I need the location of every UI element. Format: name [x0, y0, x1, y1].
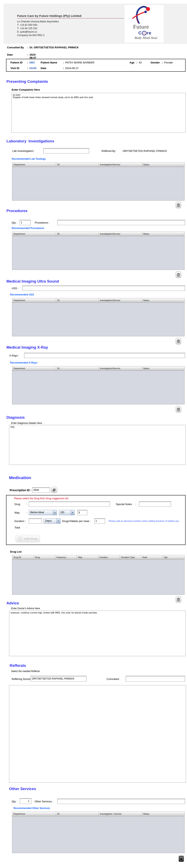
xray-col-id: ID [56, 366, 99, 371]
way-qty-input[interactable] [77, 510, 87, 515]
company-logo: Future C♥re Body Mind Soul [125, 5, 164, 42]
lab-table-body[interactable] [12, 167, 184, 201]
delete-lab-icon[interactable] [176, 202, 181, 208]
xray-label: X-Rays : [9, 354, 19, 357]
delete-xray-icon[interactable] [176, 406, 181, 412]
recommended-procedures-link[interactable]: Recommended Procedures [12, 227, 44, 229]
referrals-listbox[interactable] [9, 685, 186, 783]
uss-col-status: Status [142, 298, 184, 303]
drug-col-note: Note [141, 555, 163, 559]
consultant-input[interactable] [126, 676, 185, 682]
patient-id-colon: : [27, 61, 28, 64]
medication-title: Medication [9, 475, 31, 480]
presenting-complaints-title: Presenting Complaints [6, 79, 48, 84]
company-details: Le Chainter,Victoria,Mahe,Seychelles T: … [17, 20, 59, 37]
consult-date-value: 2024-08-27 [30, 53, 36, 59]
uss-input[interactable] [22, 286, 185, 291]
diagnosis-textarea[interactable]: ISQ [9, 425, 186, 465]
procedures-table-header: Department ID Investigation/Service Stat… [12, 232, 184, 236]
consultant-label: Consultant [107, 678, 119, 681]
other-services-label: Other Services : [35, 800, 53, 803]
drug-list-table-body[interactable] [12, 560, 184, 595]
other-col-department: Department [12, 812, 56, 816]
drug-list-table: Drug ID Drug Fequency Way Duration Durat… [12, 555, 185, 595]
logo-heart-icon: ♥ [142, 31, 147, 35]
procedures-input[interactable] [57, 220, 185, 225]
way-select[interactable]: Before Meal ▼ [29, 510, 57, 515]
special-notes-input[interactable] [139, 501, 171, 507]
visit-id-label: Visit ID [10, 67, 19, 70]
delete-procedures-icon[interactable] [176, 272, 181, 278]
company-email: E: jude@future.sc [17, 30, 59, 34]
advice-textarea[interactable]: reassure, continue current mgt, review w… [9, 611, 186, 656]
procedures-table-body[interactable] [12, 236, 184, 270]
xray-table: Department ID Investigation/Service Stat… [12, 366, 185, 404]
complaints-textarea[interactable]: pt seen Doppler of both lower limbs show… [11, 93, 186, 133]
lab-investigation-input[interactable] [43, 148, 89, 153]
lab-col-status: Status [142, 162, 184, 167]
duration-type-select[interactable]: Day/s ▼ [44, 518, 61, 524]
consulted-by-label: Consulted By [7, 46, 26, 49]
drug-col-way: Way [77, 555, 98, 559]
frequency-select[interactable]: OD ▼ [59, 510, 75, 515]
uss-table-body[interactable] [12, 303, 184, 337]
logo-wordmark-care: C♥re [138, 30, 151, 36]
duration-type-value: Day/s [44, 519, 57, 523]
visit-date-value: 2024-08-27 [65, 67, 79, 70]
other-qty-input[interactable] [20, 798, 31, 804]
drug-list-table-header: Drug ID Drug Fequency Way Duration Durat… [12, 555, 184, 560]
procedures-qty-input[interactable] [20, 220, 31, 225]
xray-table-body[interactable] [12, 371, 184, 405]
reffering-doctor-label: Reffering Doctor [12, 678, 31, 681]
drug-entry-box: Please select the Drug from Drug suggess… [6, 495, 186, 545]
proc-col-status: Status [142, 232, 184, 236]
xray-title: Medical Imaging X-Ray [6, 345, 48, 350]
delete-drug-icon[interactable] [176, 596, 181, 602]
uss-col-id: ID [56, 298, 99, 303]
add-drug-button[interactable]: + Add Drug [15, 535, 40, 542]
xray-input[interactable] [24, 353, 185, 358]
gender-colon: : [162, 61, 162, 64]
frequency-select-value: OD [59, 510, 71, 515]
company-phone-1: T: +24 82 593 593 [17, 23, 59, 27]
recommended-other-services-link[interactable]: Recommended Other Services [13, 807, 50, 810]
other-services-table-body[interactable] [12, 816, 184, 853]
patient-id-value: 3967 [29, 61, 35, 64]
drug-colon: : [27, 503, 27, 506]
duration-input[interactable] [29, 518, 42, 524]
xray-table-header: Department ID Investigation/Service Stat… [12, 366, 184, 371]
drug-col-qty: Qty [163, 555, 184, 559]
referrals-subtitle: Select the needed Refferal [11, 670, 40, 673]
other-services-table: Department ID Investigation / Service St… [12, 812, 185, 853]
lab-col-department: Department [12, 162, 56, 167]
recommended-uss-link[interactable]: Recommended USS [10, 293, 34, 296]
special-notes-colon: : [135, 503, 136, 506]
patient-name-label: Patient Name [41, 61, 57, 64]
delete-uss-icon[interactable] [176, 338, 181, 344]
refresh-prescription-icon[interactable] [51, 487, 57, 493]
other-services-table-header: Department ID Investigation / Service St… [12, 812, 184, 816]
other-col-id: ID [56, 812, 99, 816]
prescription-id-label: Prescription ID : [10, 489, 31, 492]
prescription-id-input[interactable] [32, 487, 50, 493]
xray-col-department: Department [12, 366, 56, 371]
consult-date-label: Date [7, 53, 26, 56]
advice-title: Advice [6, 601, 19, 606]
company-address: Le Chainter,Victoria,Mahe,Seychelles [17, 20, 59, 23]
delete-other-services-icon[interactable] [179, 856, 184, 862]
dropdown-arrow-icon: ▼ [57, 519, 60, 523]
recommended-xray-link[interactable]: Recommended X-Rays [10, 361, 37, 364]
uss-table: Department ID Investigation/Service Stat… [12, 298, 185, 336]
other-services-input[interactable] [57, 799, 185, 804]
recommended-lab-testings-link[interactable]: Recommended Lab Testings [12, 157, 46, 160]
procedures-title: Procedures [6, 209, 28, 213]
age-colon: : [136, 61, 137, 64]
drug-input[interactable] [29, 501, 110, 507]
per-meal-input[interactable] [94, 518, 105, 524]
visit-id-value: 15165 [29, 67, 36, 70]
reffering-doctor-input[interactable] [31, 676, 86, 682]
xray-col-status: Status [142, 366, 184, 371]
reffered-by-label: Reffered By : [102, 149, 117, 152]
dropdown-arrow-icon: ▼ [53, 510, 57, 515]
procedures-label: Procedures : [35, 221, 50, 224]
